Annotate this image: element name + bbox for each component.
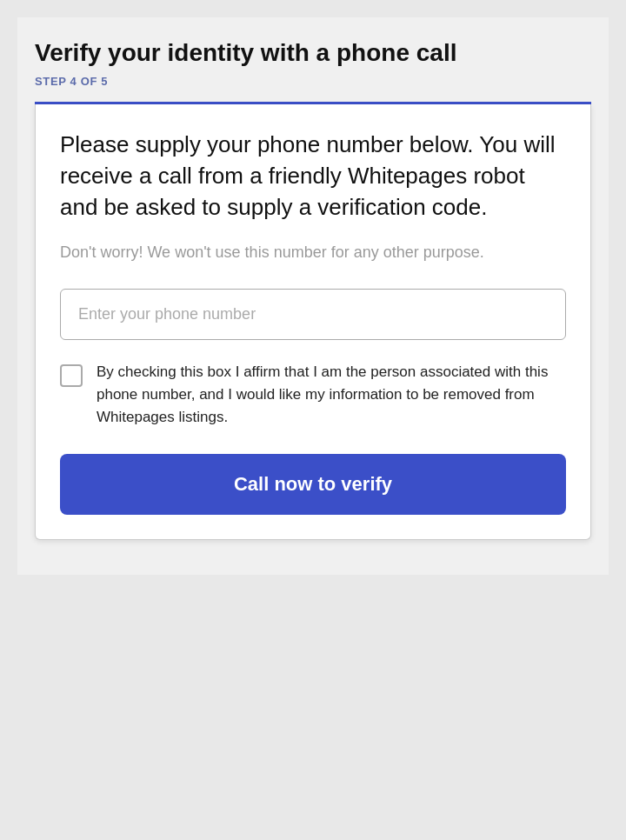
checkbox-label: By checking this box I affirm that I am …: [97, 361, 566, 430]
sub-description: Don't worry! We won't use this number fo…: [60, 241, 566, 264]
affirm-checkbox-row: By checking this box I affirm that I am …: [60, 361, 566, 430]
card: Please supply your phone number below. Y…: [35, 104, 591, 540]
page-container: Verify your identity with a phone call S…: [17, 17, 609, 575]
step-indicator: STEP 4 OF 5: [35, 75, 591, 88]
checkbox-wrapper[interactable]: [60, 364, 83, 390]
phone-number-input[interactable]: [60, 289, 566, 340]
main-description: Please supply your phone number below. Y…: [60, 129, 566, 223]
affirm-checkbox[interactable]: [60, 364, 83, 387]
page-title: Verify your identity with a phone call: [35, 38, 591, 68]
call-now-button[interactable]: Call now to verify: [60, 454, 566, 515]
